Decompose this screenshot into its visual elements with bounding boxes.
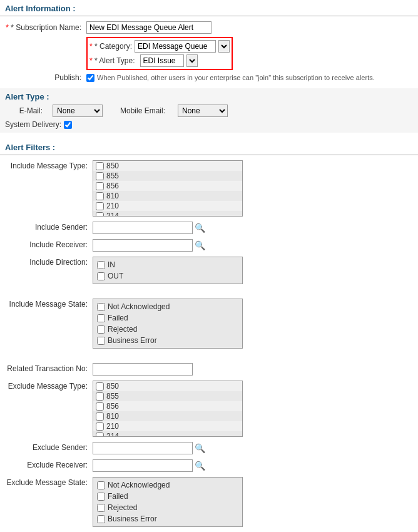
direction-out-item[interactable]: OUT bbox=[97, 270, 238, 282]
category-select[interactable] bbox=[218, 40, 230, 53]
list-item[interactable]: 856 bbox=[93, 401, 242, 411]
excl-state-business-error-checkbox[interactable] bbox=[97, 515, 105, 523]
email-select[interactable]: None bbox=[53, 105, 103, 117]
exclude-receiver-input-wrap: 🔍 bbox=[93, 459, 205, 472]
exclude-855-checkbox[interactable] bbox=[96, 392, 104, 401]
exclude-receiver-input[interactable] bbox=[93, 459, 193, 472]
include-sender-input-wrap: 🔍 bbox=[93, 222, 205, 234]
alerttype-row: * * Alert Type: bbox=[89, 54, 230, 67]
exclude-850-checkbox[interactable] bbox=[96, 382, 104, 391]
publish-checkbox[interactable] bbox=[86, 74, 94, 82]
include-sender-search-icon[interactable]: 🔍 bbox=[195, 223, 205, 233]
alert-information-header: Alert Information : bbox=[0, 0, 418, 16]
exclude-214-checkbox[interactable] bbox=[96, 432, 104, 437]
exclude-sender-search-icon[interactable]: 🔍 bbox=[195, 443, 205, 453]
list-item[interactable]: 856 bbox=[93, 181, 242, 191]
publish-label: Publish: bbox=[5, 73, 86, 82]
state-failed-label: Failed bbox=[108, 314, 128, 322]
excl-state-not-acknowledged-item[interactable]: Not Acknowledged bbox=[97, 479, 238, 491]
exclude-sender-input[interactable] bbox=[93, 442, 193, 454]
alerttype-select[interactable] bbox=[186, 54, 198, 67]
related-transaction-row: Related Transaction No: bbox=[5, 363, 413, 376]
exclude-message-type-row: Exclude Message Type: 850 855 856 810 21… bbox=[5, 381, 413, 437]
include-receiver-row: Include Receiver: 🔍 bbox=[5, 239, 413, 252]
excl-state-rejected-item[interactable]: Rejected bbox=[97, 502, 238, 513]
include-message-type-listbox[interactable]: 850 855 856 810 210 214 bbox=[93, 160, 243, 217]
mobile-email-label: Mobile Email: bbox=[120, 106, 165, 115]
list-item[interactable]: 210 bbox=[93, 201, 242, 211]
state-rejected-label: Rejected bbox=[108, 325, 137, 334]
alerttype-input[interactable] bbox=[140, 54, 184, 67]
spacer-1 bbox=[5, 289, 413, 299]
exclude-message-state-list: Not Acknowledged Failed Rejected Busines… bbox=[93, 477, 243, 527]
publish-row: Publish: When Published, other users in … bbox=[0, 73, 418, 82]
state-failed-checkbox[interactable] bbox=[97, 314, 105, 322]
include-direction-row: Include Direction: IN OUT bbox=[5, 257, 413, 284]
direction-out-label: OUT bbox=[108, 272, 123, 280]
exclude-210-checkbox[interactable] bbox=[96, 422, 104, 431]
excl-state-rejected-checkbox[interactable] bbox=[97, 504, 105, 512]
list-item[interactable]: 214 bbox=[93, 431, 242, 437]
list-item[interactable]: 810 bbox=[93, 191, 242, 201]
excl-state-failed-checkbox[interactable] bbox=[97, 493, 105, 501]
system-delivery-checkbox[interactable] bbox=[64, 121, 72, 129]
include-850-checkbox[interactable] bbox=[96, 162, 104, 170]
excl-state-failed-item[interactable]: Failed bbox=[97, 491, 238, 502]
alert-filters-header: Alert Filters : bbox=[0, 139, 418, 155]
alerttype-label: * * Alert Type: bbox=[89, 56, 135, 65]
list-item[interactable]: 214 bbox=[93, 211, 242, 217]
include-receiver-search-icon[interactable]: 🔍 bbox=[195, 240, 205, 250]
direction-out-checkbox[interactable] bbox=[97, 272, 105, 280]
exclude-message-type-content: 850 855 856 810 210 214 bbox=[93, 381, 413, 437]
include-sender-input[interactable] bbox=[93, 222, 193, 234]
filters-content: Include Message Type: 850 855 856 810 21… bbox=[0, 160, 418, 527]
exclude-856-checkbox[interactable] bbox=[96, 402, 104, 411]
state-not-acknowledged-item[interactable]: Not Acknowledged bbox=[97, 301, 238, 312]
include-message-type-label: Include Message Type: bbox=[5, 160, 93, 170]
exclude-receiver-search-icon[interactable]: 🔍 bbox=[195, 461, 205, 471]
include-receiver-input[interactable] bbox=[93, 239, 193, 252]
related-transaction-label: Related Transaction No: bbox=[5, 363, 93, 373]
include-856-checkbox[interactable] bbox=[96, 182, 104, 190]
state-business-error-checkbox[interactable] bbox=[97, 337, 105, 345]
state-not-acknowledged-checkbox[interactable] bbox=[97, 303, 105, 311]
state-rejected-item[interactable]: Rejected bbox=[97, 324, 238, 335]
state-failed-item[interactable]: Failed bbox=[97, 312, 238, 324]
list-item[interactable]: 850 bbox=[93, 161, 242, 171]
list-item[interactable]: 855 bbox=[93, 171, 242, 181]
exclude-810-checkbox[interactable] bbox=[96, 412, 104, 421]
exclude-receiver-label: Exclude Receiver: bbox=[5, 459, 93, 469]
list-item[interactable]: 850 bbox=[93, 381, 242, 391]
list-item[interactable]: 210 bbox=[93, 421, 242, 431]
include-855-checkbox[interactable] bbox=[96, 172, 104, 180]
alert-type-section: Alert Type : E-Mail: None Mobile Email: … bbox=[0, 88, 418, 133]
state-business-error-label: Business Error bbox=[108, 336, 157, 345]
include-810-checkbox[interactable] bbox=[96, 192, 104, 200]
category-input[interactable] bbox=[135, 40, 216, 53]
include-direction-list: IN OUT bbox=[93, 257, 243, 284]
excl-state-rejected-label: Rejected bbox=[108, 503, 137, 512]
include-210-checkbox[interactable] bbox=[96, 202, 104, 210]
excl-state-not-acknowledged-label: Not Acknowledged bbox=[108, 481, 170, 489]
include-214-checkbox[interactable] bbox=[96, 212, 104, 217]
spacer-2 bbox=[5, 354, 413, 363]
subscription-name-input[interactable] bbox=[86, 21, 212, 34]
list-item[interactable]: 855 bbox=[93, 391, 242, 401]
include-message-state-row: Include Message State: Not Acknowledged … bbox=[5, 299, 413, 349]
excl-state-business-error-item[interactable]: Business Error bbox=[97, 513, 238, 524]
include-receiver-input-wrap: 🔍 bbox=[93, 239, 205, 252]
excl-state-not-acknowledged-checkbox[interactable] bbox=[97, 481, 105, 489]
related-transaction-input[interactable] bbox=[93, 363, 193, 376]
direction-in-checkbox[interactable] bbox=[97, 261, 105, 269]
state-rejected-checkbox[interactable] bbox=[97, 325, 105, 334]
category-alerttype-redbox: * * Category: * * Alert Type: bbox=[86, 37, 233, 70]
exclude-message-type-listbox[interactable]: 850 855 856 810 210 214 bbox=[93, 381, 243, 437]
alert-filters-section: Alert Filters : Include Message Type: 85… bbox=[0, 139, 418, 527]
include-direction-label: Include Direction: bbox=[5, 257, 93, 267]
direction-in-item[interactable]: IN bbox=[97, 259, 238, 270]
category-row: * * Category: bbox=[89, 40, 230, 53]
mobile-email-select[interactable]: None bbox=[178, 105, 228, 117]
list-item[interactable]: 810 bbox=[93, 411, 242, 421]
state-business-error-item[interactable]: Business Error bbox=[97, 335, 238, 346]
exclude-sender-input-wrap: 🔍 bbox=[93, 442, 205, 454]
